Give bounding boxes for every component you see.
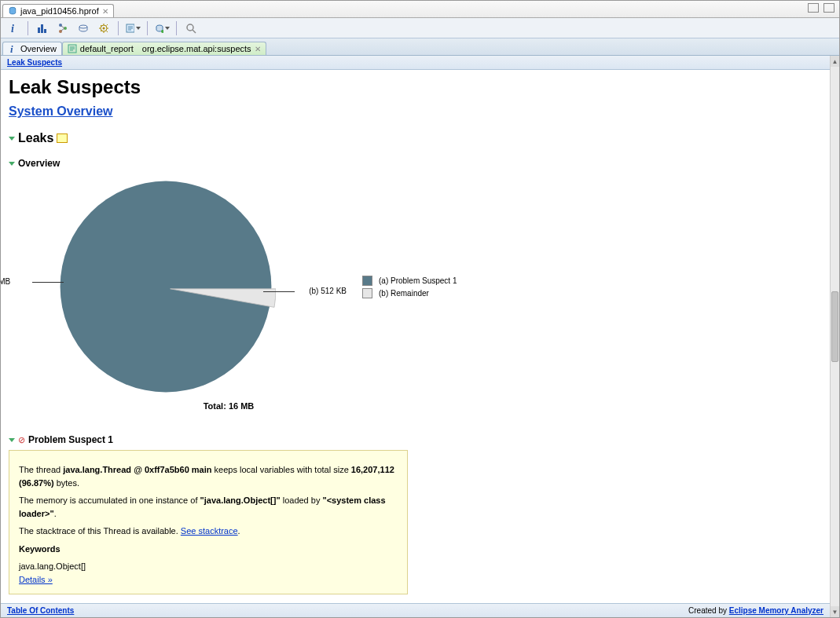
toc-link[interactable]: Table Of Contents: [7, 606, 74, 615]
info-button[interactable]: i: [6, 20, 21, 36]
section-label: Problem Suspect 1: [28, 434, 113, 445]
pie-chart: (a) 15.5 MB (b) 512 KB (a) Problem Suspe…: [56, 177, 831, 397]
footer: Table Of Contents Created by Eclipse Mem…: [1, 603, 830, 617]
tab-label-prefix: default_report: [80, 44, 134, 53]
pie-svg: [56, 177, 276, 397]
close-icon[interactable]: ✕: [255, 45, 261, 53]
mat-link[interactable]: Eclipse Memory Analyzer: [729, 606, 823, 615]
section-label: Leaks: [18, 131, 53, 145]
info-icon: i: [8, 44, 17, 53]
stacktrace-link[interactable]: See stacktrace: [181, 526, 238, 536]
svg-rect-2: [38, 27, 40, 33]
report-icon: [68, 44, 77, 53]
minimize-button[interactable]: [808, 3, 819, 13]
breadcrumb: Leak Suspects: [1, 56, 839, 70]
window-controls: [808, 3, 834, 13]
keywords-value: java.lang.Object[]: [19, 560, 398, 573]
maximize-button[interactable]: [823, 3, 834, 13]
twisty-icon[interactable]: [9, 137, 15, 141]
legend: (a) Problem Suspect 1 (b) Remainder: [362, 273, 457, 301]
details-link[interactable]: Details »: [19, 575, 53, 584]
toolbar: i: [1, 18, 839, 38]
report-dropdown[interactable]: [125, 20, 141, 36]
error-icon: ⊘: [18, 435, 25, 445]
slice-label-b: (b) 512 KB: [309, 287, 347, 295]
section-leaks[interactable]: Leaks: [9, 131, 831, 145]
query-dropdown[interactable]: [154, 20, 170, 36]
editor-tab-label: java_pid10456.hprof: [20, 6, 99, 16]
tab-label-suffix: org.eclipse.mat.api:suspects: [142, 44, 251, 53]
legend-item: (b) Remainder: [362, 288, 457, 298]
database-icon: [8, 6, 17, 16]
editor-tab-bar: java_pid10456.hprof ✕: [1, 1, 839, 18]
svg-point-14: [187, 24, 193, 31]
content-area: Leak Suspects Leak Suspects System Overv…: [1, 56, 839, 617]
svg-text:i: i: [11, 23, 14, 34]
gear-button[interactable]: [96, 20, 112, 36]
twisty-icon[interactable]: [9, 438, 15, 442]
oql-button[interactable]: [75, 20, 91, 36]
section-label: Overview: [18, 158, 60, 169]
page-title: Leak Suspects: [9, 76, 831, 98]
histogram-button[interactable]: [35, 20, 50, 36]
tree-button[interactable]: [55, 20, 71, 36]
suspect-p3: The stacktrace of this Thread is availab…: [19, 525, 398, 538]
svg-point-8: [79, 25, 87, 28]
twisty-icon[interactable]: [9, 162, 15, 166]
close-icon[interactable]: ✕: [102, 7, 108, 16]
svg-point-17: [61, 181, 272, 393]
breadcrumb-link[interactable]: Leak Suspects: [7, 58, 62, 67]
vertical-scrollbar[interactable]: ▲ ▼: [830, 56, 839, 617]
tab-report[interactable]: default_report org.eclipse.mat.api:suspe…: [62, 42, 266, 55]
section-problem-suspect[interactable]: ⊘ Problem Suspect 1: [9, 434, 831, 445]
clipboard-icon[interactable]: [57, 133, 68, 143]
section-overview[interactable]: Overview: [9, 158, 831, 169]
scroll-thumb[interactable]: [831, 291, 838, 362]
sub-tab-bar: i Overview default_report org.eclipse.ma…: [1, 38, 839, 56]
scroll-up-button[interactable]: ▲: [831, 56, 839, 67]
legend-item: (a) Problem Suspect 1: [362, 276, 457, 286]
chart-total: Total: 16 MB: [119, 401, 339, 411]
footer-credit: Created by Eclipse Memory Analyzer: [688, 606, 823, 615]
suspect-p1: The thread java.lang.Thread @ 0xff7a5b60…: [19, 463, 398, 489]
suspect-details-box: The thread java.lang.Thread @ 0xff7a5b60…: [9, 450, 408, 594]
scroll-down-button[interactable]: ▼: [831, 606, 839, 617]
tab-overview[interactable]: i Overview: [2, 42, 62, 55]
svg-text:i: i: [10, 44, 13, 53]
svg-rect-3: [41, 24, 43, 33]
suspect-p2: The memory is accumulated in one instanc…: [19, 494, 398, 520]
keywords-heading: Keywords: [19, 543, 398, 556]
svg-point-10: [103, 27, 105, 29]
slice-label-a: (a) 15.5 MB: [1, 277, 10, 286]
system-overview-link[interactable]: System Overview: [9, 104, 113, 118]
svg-rect-4: [44, 29, 46, 33]
report-body[interactable]: Leak Suspects System Overview Leaks Over…: [1, 70, 839, 602]
editor-tab[interactable]: java_pid10456.hprof ✕: [2, 4, 114, 17]
search-button[interactable]: [183, 20, 199, 36]
tab-label: Overview: [20, 44, 57, 53]
